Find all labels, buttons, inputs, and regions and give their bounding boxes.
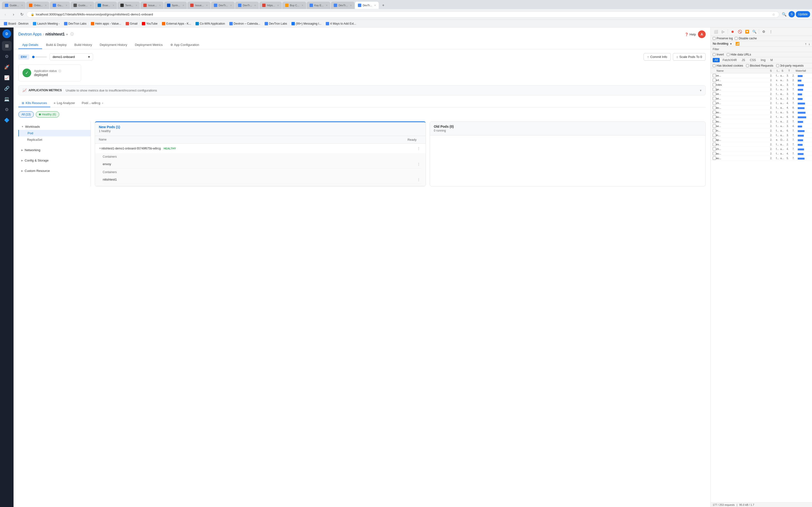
tab-12[interactable]: https... × [259,2,282,9]
update-button[interactable]: Update [796,11,810,17]
network-row-checkbox[interactable] [713,111,716,114]
resource-item-pod[interactable]: Pod [18,130,91,136]
network-row-item[interactable]: au... 2. f... a... 4. 8. [711,106,812,110]
network-row-item[interactable]: inf... 2. x. a... 3. 2. [711,78,812,82]
network-row-item[interactable]: in... 2. f... a... 3. 7. [711,133,812,137]
filter-all-button[interactable]: All (13) [18,111,34,118]
network-row-checkbox[interactable] [713,147,716,151]
bookmark-cowin[interactable]: Co-WIN Application [194,21,227,26]
resource-tab-pod[interactable]: Pod/...-w8rcg × [78,99,107,107]
tab-close-3[interactable]: × [66,4,67,7]
help-button[interactable]: ❓ Help [684,33,696,36]
resource-item-replicaset[interactable]: ReplicaSet [18,136,91,143]
network-row-item[interactable]: au... 2. f... a... 5. 7. [711,156,812,161]
network-row-checkbox[interactable] [713,74,716,77]
config-storage-header[interactable]: ▶ Config & Storage [18,157,91,164]
network-row-item[interactable]: ch... 2. f... a... 4. 7. [711,147,812,151]
network-row-checkbox[interactable] [713,138,716,142]
network-row-checkbox[interactable] [713,133,716,137]
network-row-item[interactable]: se... 2. f... a... 3. 3. [711,96,812,101]
network-row-checkbox[interactable] [713,88,716,91]
network-row-item[interactable]: au... 2. f... a... 6. 8. [711,115,812,119]
pod-expand-icon[interactable]: ▼ [99,147,101,150]
network-row-checkbox[interactable] [713,124,716,128]
type-m-button[interactable]: M [768,58,775,62]
info-icon[interactable]: ⓘ [70,32,74,37]
bookmark-4ways[interactable]: 4 Ways to Add Ext... [324,21,358,26]
tab-close-14[interactable]: × [326,4,327,7]
disable-cache-checkbox[interactable] [735,37,738,40]
bookmark-launch[interactable]: Launch Meeting - [31,21,62,26]
bookmark-devtron[interactable]: DevTron Labs [62,21,89,26]
disable-cache-option[interactable]: Disable cache [735,37,757,40]
bookmark-board[interactable]: Board · Devtron [2,21,31,26]
reload-button[interactable]: ↻ [18,11,25,18]
tab-5[interactable]: Boar... × [95,2,117,9]
devtools-more-icon[interactable]: ⋮ [768,29,774,35]
scale-pods-button[interactable]: ↕ Scale Pods To 0 [673,53,706,61]
tab-close-8[interactable]: × [183,4,184,7]
type-all-button[interactable]: All [713,58,720,62]
blocked-cookies-checkbox[interactable] [713,64,716,67]
workloads-header[interactable]: ▼ Workloads [18,123,91,130]
bookmark-youtube[interactable]: YouTube [140,21,159,26]
tab-app-details[interactable]: App Details [18,41,42,49]
network-row-item[interactable]: au... 2. f... a... 2. 7. [711,119,812,124]
tab-deployment-history[interactable]: Deployment History [96,41,131,49]
throttle-dropdown-icon[interactable]: ▾ [730,43,731,45]
sidebar-item-apps[interactable]: ⊞ [2,41,12,51]
third-party-option[interactable]: 3rd-party requests [776,64,804,67]
network-row-checkbox[interactable] [713,152,716,155]
invert-checkbox[interactable] [713,53,716,56]
tab-8[interactable]: Sprin... × [164,2,187,9]
tab-deployment-metrics[interactable]: Deployment Metrics [131,41,166,49]
forward-button[interactable]: › [10,11,17,18]
tab-close-13[interactable]: × [302,4,303,7]
pod-tab-close-icon[interactable]: × [102,102,103,105]
tab-close-5[interactable]: × [113,4,114,7]
network-row-checkbox[interactable] [713,97,716,100]
tab-16[interactable]: DevTr... × [355,2,379,9]
network-row-item[interactable]: in... 2. f... a... 6. 7. [711,128,812,133]
preserve-log-option[interactable]: Preserve log [713,37,733,40]
tab-close-15[interactable]: × [350,4,352,7]
network-row-checkbox[interactable] [713,92,716,96]
preserve-log-checkbox[interactable] [713,37,716,40]
container-menu-envoy-icon[interactable]: ⋮ [416,162,422,166]
network-row-checkbox[interactable] [713,101,716,105]
devtools-network-stop-icon[interactable]: ⏺ [729,29,735,35]
sidebar-item-deploy[interactable]: 🚀 [2,62,12,72]
network-row-checkbox[interactable] [713,115,716,119]
app-breadcrumb-link[interactable]: Devtron Apps [18,32,42,37]
sidebar-item-terminal[interactable]: 💻 [2,94,12,104]
network-row-checkbox[interactable] [713,129,716,132]
sidebar-item-settings[interactable]: ⚙ [2,105,12,114]
custom-resource-header[interactable]: ▶ Custom Resource [18,168,91,174]
network-row-item[interactable]: ve... 2. f... a... 3. 7. [711,92,812,96]
bookmark-gmail[interactable]: Gmail [124,21,140,26]
env-selector[interactable]: demo1-onboard ▾ [50,53,93,60]
account-icon[interactable]: S [789,11,795,17]
network-row-item[interactable]: ch... 2. f... a... 4. 7. [711,101,812,106]
tab-7[interactable]: Issue... × [140,2,163,9]
devtools-search-icon[interactable]: 🔍 [751,29,757,35]
tab-2[interactable]: Onbo... × [26,2,49,9]
filter-healthy-button[interactable]: Healthy (6) [36,111,59,118]
third-party-checkbox[interactable] [776,64,779,67]
type-img-button[interactable]: Img [759,58,767,62]
tab-14[interactable]: Kay E... × [307,2,331,9]
type-fetch-xhr-button[interactable]: Fetch/XHR [721,58,739,62]
blocked-requests-checkbox[interactable] [746,64,749,67]
tab-close-7[interactable]: × [159,4,161,7]
tab-close-9[interactable]: × [206,4,208,7]
type-js-button[interactable]: JS [740,58,747,62]
sidebar-item-stack[interactable]: 🔷 [2,115,12,125]
sidebar-item-integrations[interactable]: 🔗 [2,83,12,93]
tab-15[interactable]: DevTr... × [331,2,355,9]
network-row-item[interactable]: ev... 2. f... a... 2. 7. [711,142,812,147]
tab-9[interactable]: Issue... × [187,2,210,9]
tab-13[interactable]: Buy C... × [282,2,306,9]
bookmark-messaging[interactable]: (99+) Messaging I... [290,21,323,26]
devtools-clear-icon[interactable]: 🚫 [737,29,743,35]
bookmark-external[interactable]: External Apps - K... [160,21,193,26]
